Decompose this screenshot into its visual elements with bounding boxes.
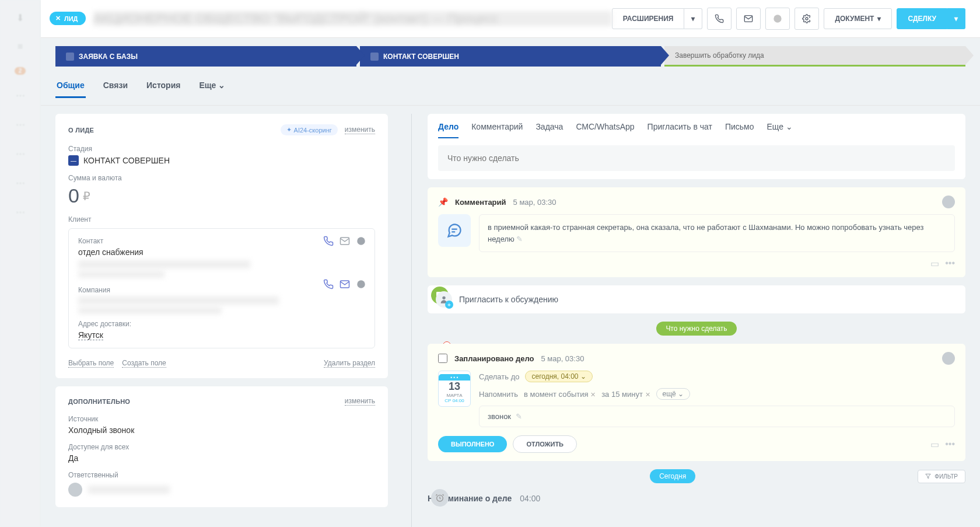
select-field-link[interactable]: Выбрать поле	[68, 359, 114, 368]
deal-dropdown[interactable]: ▾	[947, 8, 965, 29]
mail-button[interactable]	[736, 8, 761, 30]
phone-icon[interactable]	[323, 236, 334, 246]
chip-todo: Что нужно сделать	[656, 322, 736, 336]
remind-tag[interactable]: за 15 минут ✕	[601, 390, 650, 399]
stage-item[interactable]: КОНТАКТ СОВЕРШЕН	[360, 46, 661, 67]
edit-link[interactable]: изменить	[345, 125, 375, 134]
avatar	[68, 483, 82, 497]
chat-button[interactable]	[765, 8, 790, 30]
invite-text: Пригласить к обсуждению	[459, 295, 558, 304]
filter-button[interactable]: ФИЛЬТР	[918, 470, 965, 483]
extensions-button[interactable]: РАСШИРЕНИЯ	[612, 8, 685, 29]
tl-tab-invite[interactable]: Пригласить в чат	[648, 122, 712, 138]
rail-icon-5[interactable]: ⋯	[12, 145, 29, 162]
create-field-link[interactable]: Создать поле	[122, 359, 166, 368]
stage-item[interactable]: ЗАЯВКА С БАЗЫ	[55, 46, 356, 67]
tab-more[interactable]: Еще ⌄	[198, 75, 226, 98]
comment-date: 5 мар, 03:30	[513, 198, 556, 207]
note-icon[interactable]: ▭	[930, 439, 939, 450]
reminder-row: Напоминание о деле 04:00	[428, 491, 965, 505]
left-rail: ⬇ ≡ 2 ⋯ ⋯ ⋯ ⋯ ⋯	[0, 0, 41, 527]
note-icon[interactable]: ▭	[930, 258, 939, 269]
remind-label: Напомнить	[479, 390, 518, 399]
additional-title: ДОПОЛНИТЕЛЬНО	[68, 398, 130, 405]
avail-value: Да	[68, 453, 375, 463]
avatar	[942, 352, 955, 365]
tl-tab-more[interactable]: Еще ⌄	[767, 122, 793, 138]
compose-card: Дело Комментарий Задача СМС/WhatsApp При…	[428, 114, 965, 179]
document-button[interactable]: ДОКУМЕНТ ▾	[824, 8, 892, 29]
avatar	[942, 196, 955, 208]
amount-value: 0₽	[68, 184, 375, 207]
rail-icon-3[interactable]: ⋯	[12, 86, 29, 104]
done-button[interactable]: ВЫПОЛНЕНО	[438, 436, 507, 452]
stage-final[interactable]: Завершить обработку лида	[664, 46, 965, 67]
stage-value: — КОНТАКТ СОВЕРШЕН	[68, 155, 375, 166]
client-label: Клиент	[68, 215, 375, 224]
mail-icon[interactable]	[340, 236, 350, 246]
edit-icon[interactable]: ✎	[516, 235, 523, 243]
chat-icon[interactable]	[356, 279, 366, 289]
topbar: АКЦИОНЕРНОЕ ОБЩЕСТВО "ВЫГОДСТРОЙ" (конта…	[41, 0, 980, 38]
additional-card: ДОПОЛНИТЕЛЬНО изменить Источник Холодный…	[55, 386, 388, 507]
due-pill[interactable]: сегодня, 04:00 ⌄	[525, 371, 592, 382]
planned-text: звонок ✎	[479, 406, 955, 427]
remind-tag[interactable]: в момент события ✕	[524, 390, 596, 399]
chat-icon[interactable]	[356, 236, 366, 246]
deal-button[interactable]: СДЕЛКУ	[897, 8, 947, 29]
postpone-button[interactable]: ОТЛОЖИТЬ	[513, 435, 577, 453]
rail-icon-4[interactable]: ⋯	[12, 116, 29, 133]
contact-label: Контакт	[78, 237, 365, 245]
close-icon[interactable]: ✕	[55, 15, 61, 22]
tab-common[interactable]: Общие	[55, 75, 86, 98]
svg-point-1	[774, 15, 782, 22]
plus-icon: +	[445, 301, 453, 309]
comment-thumb-icon	[438, 214, 471, 247]
amount-label: Сумма и валюта	[68, 174, 375, 182]
rail-icon-7[interactable]: ⋯	[12, 203, 29, 221]
invite-row[interactable]: + Пригласить к обсуждению	[428, 285, 965, 313]
extensions-dropdown[interactable]: ▾	[684, 8, 702, 29]
delivery-value[interactable]: Якутск	[78, 330, 103, 340]
reminder-time: 04:00	[520, 494, 540, 503]
rail-icon-1[interactable]: ⬇	[12, 9, 29, 26]
phone-icon[interactable]	[323, 279, 334, 289]
scoring-badge[interactable]: ✦ AI24-скоринг	[281, 124, 338, 135]
planned-checkbox[interactable]	[438, 354, 447, 363]
tabs: Общие Связи История Еще ⌄	[41, 75, 980, 106]
rail-icon-2[interactable]: ≡	[12, 38, 29, 55]
mail-icon[interactable]	[340, 279, 350, 289]
edit-icon[interactable]: ✎	[516, 412, 522, 421]
tl-tab-comment[interactable]: Комментарий	[471, 122, 523, 138]
more-icon[interactable]: •••	[945, 258, 955, 269]
source-value: Холодный звонок	[68, 425, 375, 435]
tab-history[interactable]: История	[145, 75, 181, 98]
rail-icon-6[interactable]: ⋯	[12, 174, 29, 191]
tl-tab-todo[interactable]: Дело	[438, 122, 459, 138]
calendar-thumb: ▪ ▪ ▪ 13 МАРТА СР 04:00	[438, 371, 471, 407]
client-card: Контакт отдел снабжения Компания Адрес д	[68, 228, 375, 348]
stage-icon	[370, 53, 379, 61]
chip-today: Сегодня	[650, 469, 695, 483]
tl-tab-letter[interactable]: Письмо	[725, 122, 754, 138]
compose-input[interactable]	[438, 145, 955, 171]
lead-tag[interactable]: ✕ ЛИД	[50, 12, 86, 25]
source-label: Источник	[68, 415, 375, 423]
svg-point-4	[357, 237, 365, 245]
delivery-label: Адрес доставки:	[78, 320, 365, 328]
settings-button[interactable]	[794, 8, 819, 30]
due-label: Сделать до	[479, 372, 519, 381]
remind-more[interactable]: ещё ⌄	[656, 388, 691, 400]
planned-title: Запланировано дело	[454, 354, 534, 363]
edit-link[interactable]: изменить	[345, 397, 375, 406]
more-icon[interactable]: •••	[945, 439, 955, 450]
tl-tab-task[interactable]: Задача	[536, 122, 563, 138]
svg-point-2	[806, 18, 808, 20]
reminder-marker-icon	[431, 489, 449, 507]
tab-links[interactable]: Связи	[102, 75, 129, 98]
stage-square-icon: —	[68, 155, 79, 166]
pin-icon[interactable]: 📌	[438, 197, 448, 207]
phone-button[interactable]	[707, 8, 732, 30]
tl-tab-sms[interactable]: СМС/WhatsApp	[576, 122, 634, 138]
delete-section-link[interactable]: Удалить раздел	[324, 359, 375, 368]
